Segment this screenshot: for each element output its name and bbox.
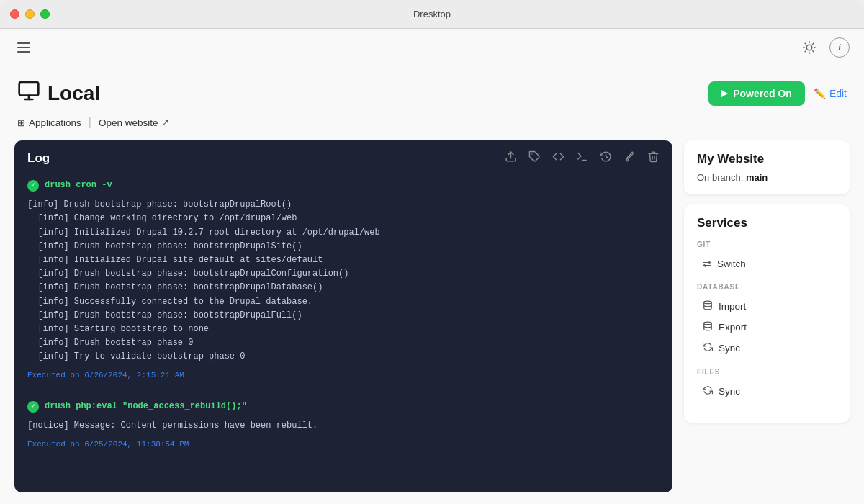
service-item-db-sync-label: Sync: [719, 343, 740, 354]
switch-icon: ⇄: [703, 258, 711, 269]
service-section-database: DATABASE Import: [697, 283, 837, 358]
top-bar: i: [0, 29, 864, 66]
edit-button[interactable]: ✏️ Edit: [814, 88, 847, 99]
service-item-import-label: Import: [719, 301, 746, 312]
service-section-files: FILES Sync: [697, 368, 837, 401]
svg-point-0: [806, 45, 812, 50]
log-output-2: [notice] Message: Content permissions ha…: [27, 419, 660, 433]
db-sync-icon: [703, 342, 713, 354]
site-branch: On branch: main: [697, 172, 837, 183]
apps-grid-icon: ⊞: [17, 117, 25, 128]
export-icon[interactable]: [505, 150, 517, 166]
window-chrome: Dresktop: [0, 0, 864, 29]
info-button[interactable]: i: [829, 37, 850, 58]
open-website-link[interactable]: Open website ↗: [99, 117, 169, 128]
external-link-icon: ↗: [162, 117, 169, 127]
main-content: Log: [0, 129, 864, 504]
log-timestamp-1: Executed on 6/26/2024, 2:15:21 AM: [27, 369, 660, 382]
site-name: My Website: [697, 152, 837, 166]
service-category-git: GIT: [697, 240, 837, 248]
svg-line-3: [805, 43, 806, 44]
window-title: Dresktop: [413, 9, 451, 19]
service-item-export-label: Export: [719, 322, 747, 333]
terminal-icon[interactable]: [576, 150, 588, 166]
log-title: Log: [27, 151, 50, 166]
open-website-label: Open website: [99, 117, 158, 128]
log-body[interactable]: drush cron -v [info] Drush bootstrap pha…: [14, 176, 672, 492]
log-timestamp-2: Executed on 6/25/2024, 11:38:54 PM: [27, 438, 660, 451]
log-panel: Log: [14, 140, 672, 492]
services-card: Services GIT ⇄ Switch DATABASE: [684, 204, 850, 423]
svg-point-16: [704, 322, 712, 325]
svg-rect-9: [19, 82, 39, 96]
theme-toggle-button[interactable]: [799, 37, 819, 58]
service-section-git: GIT ⇄ Switch: [697, 240, 837, 273]
pencil-icon: ✏️: [814, 88, 826, 99]
service-item-import[interactable]: Import: [697, 297, 837, 316]
service-item-files-sync[interactable]: Sync: [697, 382, 837, 401]
service-category-files: FILES: [697, 368, 837, 376]
fullscreen-button[interactable]: [40, 9, 50, 19]
menu-button[interactable]: [14, 40, 33, 55]
nav-divider: |: [89, 116, 91, 129]
service-item-switch-label: Switch: [717, 258, 746, 269]
app-body: i Local Powered On: [0, 29, 864, 504]
page-nav: ⊞ Applications | Open website ↗: [17, 116, 847, 129]
branch-value: main: [746, 172, 768, 183]
success-indicator-2: [27, 401, 39, 413]
success-indicator-1: [27, 180, 39, 192]
traffic-lights: [10, 9, 50, 19]
page-title: Local: [48, 82, 100, 105]
site-card: My Website On branch: main: [684, 140, 850, 194]
service-item-db-sync[interactable]: Sync: [697, 338, 837, 358]
top-bar-right: i: [799, 37, 850, 58]
code-icon[interactable]: [552, 150, 564, 166]
close-button[interactable]: [10, 9, 19, 19]
files-sync-icon: [703, 385, 713, 397]
log-command-block-1: drush cron -v [info] Drush bootstrap pha…: [27, 179, 660, 382]
monitor-icon: [17, 79, 40, 107]
command-2-text: drush php:eval "node_access_rebuild();": [45, 400, 247, 413]
log-command-line-1: drush cron -v: [27, 179, 660, 192]
page-header: Local Powered On ✏️ Edit ⊞ Applications …: [0, 66, 864, 129]
page-header-top: Local Powered On ✏️ Edit: [17, 79, 847, 107]
right-panel: My Website On branch: main Services GIT …: [684, 140, 850, 492]
minimize-button[interactable]: [25, 9, 35, 19]
service-item-files-sync-label: Sync: [719, 386, 740, 397]
powered-on-button[interactable]: Powered On: [708, 81, 805, 106]
service-item-switch[interactable]: ⇄ Switch: [697, 254, 837, 273]
tag-icon[interactable]: [528, 150, 541, 166]
applications-nav-item[interactable]: ⊞ Applications: [17, 117, 81, 128]
svg-line-7: [805, 50, 806, 51]
page-title-area: Local: [17, 79, 100, 107]
log-output-1: [info] Drush bootstrap phase: bootstrapD…: [27, 198, 660, 364]
log-header: Log: [14, 140, 672, 176]
header-actions: Powered On ✏️ Edit: [708, 81, 847, 106]
log-toolbar: [505, 150, 660, 166]
edit-label: Edit: [829, 88, 847, 99]
svg-line-8: [813, 43, 814, 44]
export-db-icon: [703, 321, 713, 333]
branch-label: On branch:: [697, 172, 743, 183]
import-icon: [703, 300, 713, 312]
applications-label: Applications: [29, 117, 81, 128]
trash-icon[interactable]: [647, 150, 660, 166]
service-category-database: DATABASE: [697, 283, 837, 291]
command-1-text: drush cron -v: [45, 179, 112, 192]
log-command-line-2: drush php:eval "node_access_rebuild();": [27, 400, 660, 413]
svg-point-15: [704, 301, 712, 304]
log-command-block-2: drush php:eval "node_access_rebuild();" …: [27, 400, 660, 451]
play-icon: [721, 90, 728, 97]
powered-on-label: Powered On: [733, 88, 792, 99]
history-icon[interactable]: [600, 150, 612, 166]
service-item-export[interactable]: Export: [697, 318, 837, 337]
services-title: Services: [697, 216, 837, 230]
svg-line-4: [813, 50, 814, 51]
brush-icon[interactable]: [624, 150, 636, 166]
